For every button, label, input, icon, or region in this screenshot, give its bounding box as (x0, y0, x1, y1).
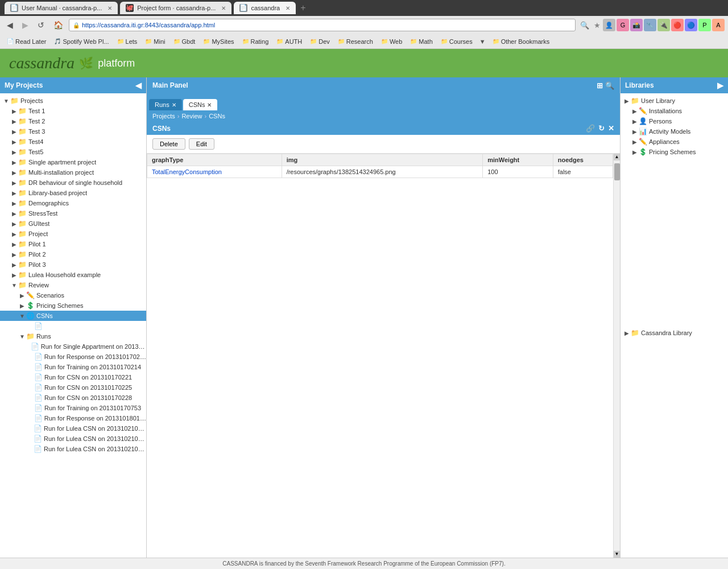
tree-item-csn-file[interactable]: 📄 (0, 321, 146, 331)
toolbar-icon-6[interactable]: 🔴 (671, 19, 684, 31)
bookmark-dev[interactable]: 📁 Dev (307, 37, 333, 46)
tree-root-projects[interactable]: ▼ 📁 Projects (0, 96, 146, 106)
section-close-icon[interactable]: ✕ (608, 124, 614, 133)
tree-item-project[interactable]: ▶📁Project (0, 229, 146, 239)
tree-toggle-stress[interactable]: ▶ (10, 211, 18, 217)
tree-cassandra-library[interactable]: ▶ 📁 Cassandra Library (621, 328, 728, 338)
bookmark-star-button[interactable]: ★ (594, 21, 601, 30)
tree-toggle-test5[interactable]: ▶ (10, 149, 18, 155)
bookmark-web[interactable]: 📁 Web (378, 37, 406, 46)
bookmark-courses[interactable]: 📁 Courses (437, 37, 476, 46)
address-bar[interactable]: 🔒 https://cassandra.iti.gr:8443/cassandr… (69, 19, 576, 31)
table-row[interactable]: TotalEnergyConsumption /resources/graphs… (147, 166, 613, 178)
browser-tab-1[interactable]: 📄 User Manual · cassandra-p... ✕ (5, 2, 118, 14)
toolbar-icon-5[interactable]: 🔌 (657, 19, 670, 31)
tree-item-right-pricing[interactable]: ▶ 💲 Pricing Schemes (621, 147, 728, 157)
tree-item-library-project[interactable]: ▶📁Library-based project (0, 188, 146, 198)
section-refresh-all-icon[interactable]: 🔗 (586, 124, 595, 133)
tree-item-lulea[interactable]: ▶📁Lulea Household example (0, 270, 146, 280)
new-tab-button[interactable]: + (298, 3, 308, 13)
bookmark-research[interactable]: 📁 Research (334, 37, 377, 46)
bookmark-read-later[interactable]: 📄 Read Later (3, 37, 49, 46)
app-tab-csns[interactable]: CSNs ✕ (183, 99, 218, 110)
toolbar-icon-9[interactable]: A (712, 19, 725, 31)
tree-run-6[interactable]: 📄Run for CSN on 201310170228 (0, 393, 146, 403)
edit-button[interactable]: Edit (189, 138, 214, 150)
right-sidebar-expand-icon[interactable]: ▶ (717, 81, 723, 90)
table-scroll-content[interactable]: graphType img minWeight noedges TotalEne… (147, 154, 613, 558)
tab-runs-close[interactable]: ✕ (172, 102, 176, 108)
panel-grid-icon[interactable]: ⊞ (597, 81, 603, 90)
tree-run-5[interactable]: 📄Run for CSN on 201310170225 (0, 382, 146, 393)
tree-toggle-persons[interactable]: ▶ (631, 118, 639, 125)
tab-csns-close[interactable]: ✕ (207, 102, 212, 108)
toolbar-icon-2[interactable]: G (617, 19, 629, 31)
bookmark-lets[interactable]: 📁 Lets (114, 37, 141, 46)
tree-toggle-test4[interactable]: ▶ (10, 139, 18, 145)
scrollbar-thumb[interactable] (614, 163, 620, 180)
bookmark-other[interactable]: 📁 Other Bookmarks (489, 37, 553, 46)
tree-item-appliances[interactable]: ▶ ✏️ Appliances (621, 137, 728, 147)
tree-item-demographics[interactable]: ▶📁Demographics (0, 198, 146, 208)
tree-toggle-lib[interactable]: ▶ (10, 190, 18, 196)
browser-tab-2[interactable]: 🐙 Project form · cassandra-p... ✕ (120, 2, 231, 14)
tree-toggle-activity[interactable]: ▶ (631, 129, 639, 135)
tree-item-multi-inst[interactable]: ▶📁Multi-installation project (0, 167, 146, 178)
graphtype-link[interactable]: TotalEnergyConsumption (152, 168, 222, 175)
tree-toggle-pilot2[interactable]: ▶ (10, 251, 18, 258)
tree-run-11[interactable]: 📄Run for Lulea CSN on 201310210526 (0, 444, 146, 454)
tree-toggle-test2[interactable]: ▶ (10, 118, 18, 125)
home-button[interactable]: 🏠 (50, 19, 67, 31)
tab-close-1[interactable]: ✕ (107, 5, 112, 11)
tree-run-10[interactable]: 📄Run for Lulea CSN on 201310210526 (0, 434, 146, 444)
tree-item-pricing[interactable]: ▶💲Pricing Schemes (0, 300, 146, 311)
tree-item-dr-behaviour[interactable]: ▶📁DR behaviour of single household (0, 178, 146, 188)
search-button[interactable]: 🔍 (578, 21, 592, 30)
toolbar-icon-1[interactable]: 👤 (603, 19, 615, 31)
bookmark-mysites[interactable]: 📁 MySites (200, 37, 237, 46)
tree-toggle-pilot1[interactable]: ▶ (10, 241, 18, 248)
tree-item-scenarios[interactable]: ▶✏️Scenarios (0, 290, 146, 300)
tree-toggle-cassandra-lib[interactable]: ▶ (623, 330, 631, 336)
panel-search-icon[interactable]: 🔍 (605, 81, 614, 90)
bookmark-rating[interactable]: 📁 Rating (239, 37, 272, 46)
tree-item-review[interactable]: ▼📁Review (0, 280, 146, 290)
tree-toggle-project[interactable]: ▶ (10, 231, 18, 237)
tree-item-csns[interactable]: ▼🌐CSNs (0, 311, 146, 321)
tree-item-persons[interactable]: ▶ 👤 Persons (621, 116, 728, 126)
tree-item-test2[interactable]: ▶📁Test 2 (0, 116, 146, 126)
reload-button[interactable]: ↺ (34, 19, 48, 31)
center-panel-scrollbar[interactable]: ▲ ▼ (613, 154, 620, 558)
tree-toggle-pilot3[interactable]: ▶ (10, 262, 18, 268)
tree-run-2[interactable]: 📄Run for Response on 201310170200 (0, 352, 146, 362)
tree-item-pilot2[interactable]: ▶📁Pilot 2 (0, 249, 146, 259)
tree-run-8[interactable]: 📄Run for Response on 201310180113 (0, 413, 146, 423)
toolbar-icon-7[interactable]: 🔵 (685, 19, 697, 31)
tree-toggle-appliances[interactable]: ▶ (631, 139, 639, 145)
tree-item-activity-models[interactable]: ▶ 📊 Activity Models (621, 126, 728, 137)
scrollbar-down-btn[interactable]: ▼ (614, 551, 620, 558)
app-tab-runs[interactable]: Runs ✕ (149, 99, 182, 110)
tree-item-test1[interactable]: ▶📁Test 1 (0, 106, 146, 116)
browser-tab-3[interactable]: 📄 cassandra ✕ (234, 2, 296, 14)
tree-toggle-installations[interactable]: ▶ (631, 108, 639, 114)
tree-toggle-scenarios[interactable]: ▶ (18, 292, 26, 299)
tree-run-1[interactable]: 📄Run for Single Appartment on 2013101701… (0, 341, 146, 352)
breadcrumb-projects[interactable]: Projects (152, 113, 175, 119)
tree-toggle-test3[interactable]: ▶ (10, 129, 18, 135)
bookmark-math[interactable]: 📁 Math (407, 37, 436, 46)
tree-toggle-gui[interactable]: ▶ (10, 221, 18, 227)
tree-toggle-test1[interactable]: ▶ (10, 108, 18, 114)
tree-toggle-runs[interactable]: ▼ (18, 333, 26, 340)
bookmark-auth[interactable]: 📁 AUTH (273, 37, 305, 46)
tree-toggle-projects[interactable]: ▼ (2, 98, 10, 104)
bookmark-mini[interactable]: 📁 Mini (142, 37, 168, 46)
breadcrumb-review[interactable]: Review (181, 113, 202, 119)
toolbar-icon-8[interactable]: P (698, 19, 711, 31)
tree-toggle-review[interactable]: ▼ (10, 282, 18, 288)
tree-item-guitest[interactable]: ▶📁GUItest (0, 218, 146, 229)
tree-run-3[interactable]: 📄Run for Training on 201310170214 (0, 362, 146, 372)
tree-toggle-multi-inst[interactable]: ▶ (10, 170, 18, 176)
section-refresh-icon[interactable]: ↻ (598, 124, 605, 133)
tab-close-3[interactable]: ✕ (286, 5, 290, 11)
